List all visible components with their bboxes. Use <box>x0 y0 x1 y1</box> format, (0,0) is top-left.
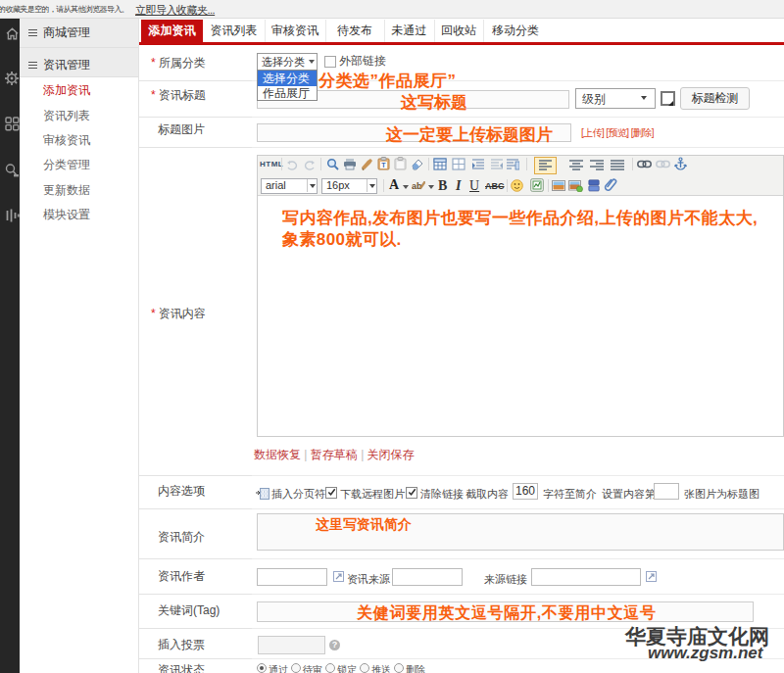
svg-text:T: T <box>381 162 386 168</box>
